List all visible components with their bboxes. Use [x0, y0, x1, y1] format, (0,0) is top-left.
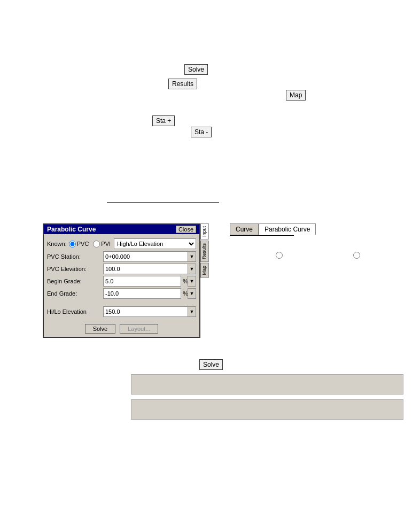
- radio-pvc-text: PVC: [77, 241, 89, 247]
- pvc-station-input[interactable]: [103, 251, 188, 262]
- pvc-elevation-row: PVC Elevation: ▼: [47, 264, 196, 274]
- parabolic-curve-dialog: Parabolic Curve Close Known: PVC PVI Hig…: [43, 223, 200, 338]
- pvc-elevation-dropdown-arrow[interactable]: ▼: [188, 264, 196, 274]
- result-divider: [131, 396, 403, 398]
- spacer: [47, 300, 196, 305]
- divider-line: [107, 202, 219, 203]
- pvc-elevation-input[interactable]: [103, 264, 188, 274]
- dialog-close-button[interactable]: Close: [176, 226, 196, 233]
- radio-group: PVC PVI: [69, 241, 111, 248]
- tab-parabolic-button[interactable]: Parabolic Curve: [259, 223, 316, 235]
- radio-pvi-text: PVI: [101, 241, 111, 247]
- tab-curve-button[interactable]: Curve: [230, 223, 259, 235]
- end-grade-dropdown-arrow[interactable]: ▼: [188, 288, 196, 299]
- radio-pvc-label[interactable]: PVC: [69, 241, 89, 248]
- hilo-elevation-input-container: ▼: [103, 306, 196, 317]
- end-grade-label: End Grade:: [47, 290, 103, 297]
- sta-plus-button[interactable]: Sta +: [152, 115, 175, 126]
- hilo-elevation-row: Hi/Lo Elevation ▼: [47, 306, 196, 317]
- main-solve-button[interactable]: Solve: [199, 359, 223, 370]
- pvc-station-label: PVC Station:: [47, 253, 103, 260]
- side-tab-input[interactable]: Input: [200, 223, 209, 239]
- tab-row: Curve Parabolic Curve: [230, 223, 406, 235]
- known-label: Known:: [47, 241, 67, 247]
- begin-grade-input-container: % ▼: [103, 276, 196, 287]
- sta-minus-button[interactable]: Sta -: [191, 127, 212, 137]
- begin-grade-input[interactable]: [103, 276, 181, 287]
- results-button[interactable]: Results: [168, 79, 197, 89]
- hilo-elevation-input[interactable]: [103, 306, 188, 317]
- dialog-title-text: Parabolic Curve: [47, 226, 96, 233]
- end-grade-row: End Grade: % ▼: [47, 288, 196, 299]
- known-dropdown[interactable]: High/Lo Elevation: [114, 238, 196, 249]
- result-row-2: [131, 399, 403, 420]
- main-solve-section: Solve: [131, 359, 291, 370]
- begin-grade-row: Begin Grade: % ▼: [47, 276, 196, 287]
- begin-grade-dropdown-arrow[interactable]: ▼: [188, 276, 196, 287]
- radio-pvi-input[interactable]: [93, 241, 100, 248]
- side-tab-map[interactable]: Map: [200, 263, 209, 278]
- hilo-elevation-dropdown-arrow[interactable]: ▼: [188, 306, 196, 317]
- known-dropdown-container: High/Lo Elevation: [114, 238, 196, 249]
- end-grade-input-container: % ▼: [103, 288, 196, 299]
- known-row: Known: PVC PVI High/Lo Elevation: [47, 238, 196, 249]
- right-radio-2-label[interactable]: [353, 252, 360, 260]
- right-radio-1-input[interactable]: [276, 252, 283, 259]
- pvc-station-input-container: ▼: [103, 251, 196, 262]
- side-tab-results[interactable]: Results: [200, 241, 209, 262]
- pvc-station-dropdown-arrow[interactable]: ▼: [188, 251, 196, 262]
- right-radio-row: [230, 252, 406, 260]
- radio-pvc-input[interactable]: [69, 241, 76, 248]
- results-area: [131, 374, 403, 421]
- hilo-elevation-label: Hi/Lo Elevation: [47, 308, 103, 315]
- radio-pvi-label[interactable]: PVI: [93, 241, 111, 248]
- pvc-elevation-label: PVC Elevation:: [47, 266, 103, 272]
- end-grade-input[interactable]: [103, 288, 181, 299]
- dialog-footer: Solve Layout...: [44, 321, 199, 337]
- right-radio-1-label[interactable]: [276, 252, 283, 260]
- right-panel: Curve Parabolic Curve: [230, 223, 406, 260]
- map-button[interactable]: Map: [286, 90, 306, 101]
- right-radio-2-input[interactable]: [353, 252, 360, 259]
- pvc-station-row: PVC Station: ▼: [47, 251, 196, 262]
- dialog-body: Known: PVC PVI High/Lo Elevation PVC Sta…: [44, 234, 199, 321]
- result-row-1: [131, 374, 403, 395]
- dialog-solve-button[interactable]: Solve: [85, 324, 116, 334]
- pvc-elevation-input-container: ▼: [103, 264, 196, 274]
- tab-underline: [230, 235, 294, 236]
- dialog-title-bar: Parabolic Curve Close: [44, 225, 199, 234]
- begin-grade-label: Begin Grade:: [47, 278, 103, 284]
- dialog-layout-button[interactable]: Layout...: [120, 324, 158, 334]
- solve-button[interactable]: Solve: [184, 64, 208, 75]
- side-tab-panel: Input Results Map: [200, 223, 209, 279]
